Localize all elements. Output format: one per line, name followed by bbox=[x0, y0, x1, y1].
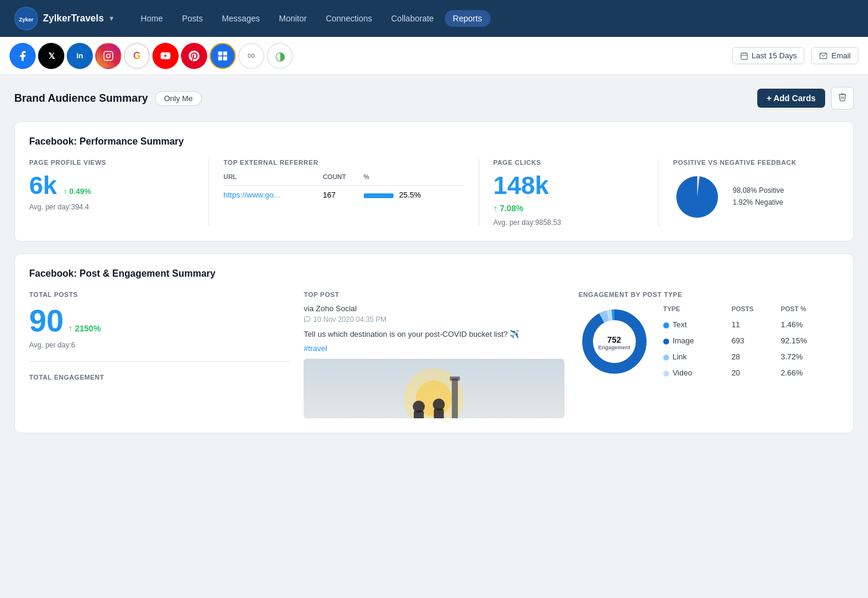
delete-button[interactable] bbox=[831, 87, 854, 109]
engagement-card-title: Facebook: Post & Engagement Summary bbox=[29, 268, 839, 279]
dashboard-icon-btn[interactable]: ◑ bbox=[267, 43, 293, 69]
svg-text:Zyker: Zyker bbox=[19, 17, 34, 23]
all-networks-icon-btn[interactable]: ∞ bbox=[238, 43, 264, 69]
type-posts: 693 bbox=[732, 333, 780, 348]
engagement-by-type-section: ENGAGEMENT BY POST TYPE bbox=[579, 291, 839, 418]
svg-rect-10 bbox=[741, 53, 747, 60]
feedback-chart-area: 98.08% Positive 1.92% Negative bbox=[673, 173, 825, 223]
page-profile-views-label: PAGE PROFILE VIEWS bbox=[29, 159, 194, 166]
type-dot bbox=[663, 355, 669, 361]
youtube-icon-btn[interactable] bbox=[152, 43, 179, 69]
facebook-icon-btn[interactable] bbox=[10, 43, 36, 69]
performance-summary-card: Facebook: Performance Summary PAGE PROFI… bbox=[14, 121, 854, 242]
top-referrer-section: TOP EXTERNAL REFERRER URL COUNT % https:… bbox=[209, 159, 479, 227]
nav-messages[interactable]: Messages bbox=[214, 10, 268, 27]
type-dot bbox=[663, 371, 669, 377]
nav-posts[interactable]: Posts bbox=[174, 10, 211, 27]
feedback-legend: 98.08% Positive 1.92% Negative bbox=[733, 186, 784, 210]
col-posts: POSTS bbox=[732, 305, 780, 316]
engagement-type-table: TYPE POSTS POST % Text 11 1.46% Image 69… bbox=[662, 304, 839, 381]
svg-rect-26 bbox=[450, 376, 460, 380]
performance-card-title: Facebook: Performance Summary bbox=[29, 136, 839, 147]
page-clicks-label: PAGE CLICKS bbox=[494, 159, 644, 166]
type-pct: 92.15% bbox=[780, 333, 838, 348]
date-filter-btn[interactable]: Last 15 Days bbox=[732, 47, 805, 64]
page-header-left: Brand Audience Summary Only Me bbox=[14, 91, 202, 106]
toolbar-right: Last 15 Days Email bbox=[732, 47, 858, 64]
nav-home[interactable]: Home bbox=[132, 10, 171, 27]
engagement-by-type-label: ENGAGEMENT BY POST TYPE bbox=[579, 291, 839, 298]
svg-rect-25 bbox=[452, 378, 458, 418]
type-name: Image bbox=[673, 336, 694, 345]
table-row: Text 11 1.46% bbox=[663, 317, 838, 332]
instagram-icon-btn[interactable] bbox=[95, 43, 121, 69]
twitter-x-icon-btn[interactable]: 𝕏 bbox=[38, 43, 64, 69]
engagement-donut-chart: 752 Engagement bbox=[579, 306, 650, 380]
total-posts-value: 90 bbox=[29, 305, 64, 336]
donut-center: 752 Engagement bbox=[598, 335, 630, 350]
col-post-pct: POST % bbox=[780, 305, 838, 316]
page-header: Brand Audience Summary Only Me + Add Car… bbox=[14, 87, 854, 109]
google-business-icon-btn[interactable]: G bbox=[124, 43, 150, 69]
nav-monitor[interactable]: Monitor bbox=[270, 10, 315, 27]
top-post-image bbox=[304, 359, 564, 418]
total-engagement-label: TOTAL ENGAGEMENT bbox=[29, 374, 289, 381]
type-posts: 28 bbox=[732, 349, 780, 364]
logo-icon: Zyker bbox=[14, 7, 38, 30]
page-profile-views-avg: Avg. per day:394.4 bbox=[29, 203, 194, 211]
type-pct: 1.46% bbox=[780, 317, 838, 332]
top-post-date: 10 Nov 2020 04:35 PM bbox=[304, 315, 564, 324]
donut-value: 752 bbox=[598, 335, 630, 345]
total-posts-label: TOTAL POSTS bbox=[29, 291, 289, 298]
type-dot bbox=[663, 323, 669, 328]
page-clicks-section: PAGE CLICKS 148k ↑ 7.08% Avg. per day:98… bbox=[479, 159, 659, 227]
email-label: Email bbox=[831, 51, 851, 60]
brand-logo[interactable]: Zyker ZylkerTravels ▾ bbox=[14, 7, 113, 30]
svg-point-4 bbox=[110, 53, 111, 54]
feedback-section: POSITIVE VS NEGATIVE FEEDBACK 98.08% Pos… bbox=[659, 159, 839, 227]
social-icons-bar: 𝕏 in G ∞ ◑ Last 15 Days Email bbox=[0, 37, 868, 75]
zoho-social-icon-btn[interactable] bbox=[210, 43, 236, 69]
svg-point-3 bbox=[107, 54, 110, 58]
table-row: https://www.go... 167 25.5% bbox=[223, 186, 464, 205]
page-profile-views-section: PAGE PROFILE VIEWS 6k ↑ 0.49% Avg. per d… bbox=[29, 159, 209, 227]
main-content: Brand Audience Summary Only Me + Add Car… bbox=[0, 75, 868, 457]
brand-name: ZylkerTravels bbox=[43, 13, 104, 24]
nav-links: Home Posts Messages Monitor Connections … bbox=[132, 10, 854, 27]
type-pct: 3.72% bbox=[780, 349, 838, 364]
donut-sub: Engagement bbox=[598, 345, 630, 350]
add-cards-button[interactable]: + Add Cards bbox=[757, 89, 825, 108]
svg-point-21 bbox=[413, 400, 425, 412]
page-profile-views-value: 6k bbox=[29, 171, 57, 199]
visibility-badge[interactable]: Only Me bbox=[155, 91, 201, 106]
email-btn[interactable]: Email bbox=[811, 47, 858, 64]
svg-point-24 bbox=[433, 398, 445, 410]
type-name: Text bbox=[673, 320, 687, 329]
linkedin-icon-btn[interactable]: in bbox=[67, 43, 93, 69]
type-posts: 11 bbox=[732, 317, 780, 332]
engagement-summary-card: Facebook: Post & Engagement Summary TOTA… bbox=[14, 253, 854, 433]
top-post-text: Tell us which destination is on your pos… bbox=[304, 328, 564, 340]
table-row: Link 28 3.72% bbox=[663, 349, 838, 364]
brand-chevron-icon: ▾ bbox=[110, 14, 113, 23]
type-name: Link bbox=[673, 352, 687, 361]
nav-collaborate[interactable]: Collaborate bbox=[383, 10, 442, 27]
pinterest-icon-btn[interactable] bbox=[181, 43, 207, 69]
top-post-date-text: 10 Nov 2020 04:35 PM bbox=[313, 315, 386, 324]
col-type: TYPE bbox=[663, 305, 730, 316]
performance-grid: PAGE PROFILE VIEWS 6k ↑ 0.49% Avg. per d… bbox=[29, 159, 839, 227]
ref-bar bbox=[364, 193, 394, 198]
page-profile-views-change: ↑ 0.49% bbox=[63, 187, 91, 196]
ref-url-link[interactable]: https://www.go... bbox=[223, 190, 280, 199]
svg-rect-2 bbox=[104, 51, 113, 60]
nav-reports[interactable]: Reports bbox=[445, 10, 491, 27]
feedback-label: POSITIVE VS NEGATIVE FEEDBACK bbox=[673, 159, 825, 166]
ref-count: 167 bbox=[323, 186, 363, 205]
table-row: Image 693 92.15% bbox=[663, 333, 838, 348]
top-post-via: via Zoho Social bbox=[304, 304, 564, 313]
navbar: Zyker ZylkerTravels ▾ Home Posts Message… bbox=[0, 0, 868, 37]
top-post-header: TOP POST bbox=[304, 291, 564, 298]
type-dot bbox=[663, 339, 669, 345]
nav-connections[interactable]: Connections bbox=[317, 10, 380, 27]
page-clicks-avg: Avg. per day:9858.53 bbox=[494, 218, 644, 227]
